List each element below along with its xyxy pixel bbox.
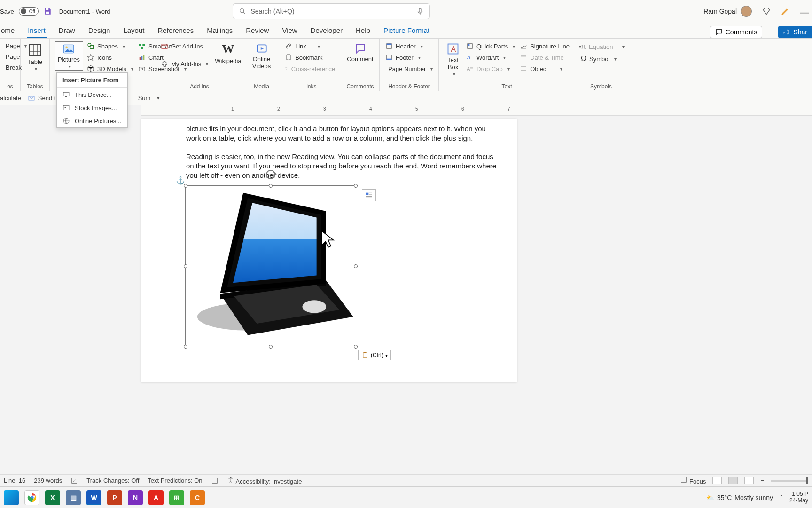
puzzle-icon — [161, 60, 168, 68]
comment-button[interactable]: Comment — [346, 41, 375, 64]
chrome-icon[interactable] — [24, 490, 39, 505]
svg-rect-18 — [140, 57, 141, 60]
blank-page[interactable]: Page — [5, 52, 16, 61]
bookmark-button[interactable]: Bookmark — [284, 53, 336, 62]
tab-insert[interactable]: Insert — [27, 24, 47, 38]
3d-models-button[interactable]: 3D Models▾ — [86, 64, 134, 73]
tray-chevron-icon[interactable]: ˄ — [780, 494, 783, 501]
insert-from-device[interactable]: This Device... — [57, 88, 127, 101]
acrobat-icon[interactable]: A — [148, 490, 164, 505]
sum-button[interactable]: Sum — [138, 95, 151, 102]
zoom-out-button[interactable]: − — [760, 477, 764, 484]
date-time-button[interactable]: Date & Time — [519, 53, 582, 62]
rotate-handle-icon[interactable] — [266, 170, 275, 179]
insert-stock-images[interactable]: Stock Images... — [57, 101, 127, 114]
minimize-button[interactable]: — — [800, 7, 808, 16]
weather-widget[interactable]: ⛅ 35°C Mostly sunny — [706, 494, 773, 501]
user-label[interactable]: Ram Gopal — [703, 6, 752, 17]
save-icon[interactable] — [43, 7, 52, 16]
status-words[interactable]: 239 words — [34, 477, 62, 484]
tab-review[interactable]: Review — [245, 24, 270, 38]
shapes-button[interactable]: Shapes▾ — [86, 41, 134, 51]
status-track-changes[interactable]: Track Changes: Off — [86, 477, 139, 484]
powerpoint-icon[interactable]: P — [107, 490, 122, 505]
web-layout-button[interactable] — [744, 477, 754, 484]
tab-home[interactable]: ome — [0, 24, 16, 38]
icons-button[interactable]: Icons — [86, 53, 134, 62]
clock[interactable]: 1:05 P 24-May — [789, 491, 808, 503]
laptop-image[interactable] — [188, 188, 353, 344]
symbol-button[interactable]: ΩSymbol▾ — [580, 54, 622, 64]
table-button[interactable]: Table▾ — [25, 41, 45, 72]
comments-button[interactable]: Comments — [710, 26, 763, 38]
resize-handle[interactable] — [269, 345, 273, 349]
resize-handle[interactable] — [354, 184, 358, 188]
paste-options-button[interactable]: (Ctrl) ▾ — [358, 350, 391, 360]
drop-cap-button[interactable]: ADrop Cap▾ — [465, 64, 516, 73]
microphone-icon[interactable] — [416, 8, 424, 15]
tab-layout[interactable]: Layout — [122, 24, 145, 38]
sheets-icon[interactable]: ▦ — [66, 490, 81, 505]
search-input[interactable]: Search (Alt+Q) — [233, 3, 430, 19]
qat-more-icon[interactable]: ▾ — [157, 95, 160, 101]
quick-parts-button[interactable]: Quick Parts▾ — [465, 41, 516, 51]
wikipedia-button[interactable]: W Wikipedia — [212, 41, 244, 65]
share-button[interactable]: Shar — [778, 26, 812, 38]
send-to-button[interactable]: Send to — [28, 95, 59, 102]
resize-handle[interactable] — [184, 345, 187, 349]
my-addins-button[interactable]: My Add-ins▾ — [160, 59, 209, 69]
status-accessibility[interactable]: Accessibility: Investigate — [227, 476, 302, 485]
pictures-button[interactable]: Pictures▾ — [55, 41, 83, 71]
status-predictions[interactable]: Text Predictions: On — [148, 477, 202, 484]
resize-handle[interactable] — [269, 184, 273, 188]
word-icon[interactable]: W — [86, 490, 102, 505]
slider-thumb-icon[interactable] — [806, 477, 808, 484]
cover-page[interactable]: Page▾ — [5, 41, 16, 50]
tab-view[interactable]: View — [281, 24, 298, 38]
cross-reference-button[interactable]: Cross-reference — [284, 64, 336, 73]
insert-online-pictures[interactable]: Online Pictures... — [57, 114, 127, 127]
tab-mailings[interactable]: Mailings — [206, 24, 234, 38]
text-box-button[interactable]: A Text Box▾ — [444, 41, 462, 78]
tab-design[interactable]: Design — [87, 24, 111, 38]
start-button[interactable] — [4, 490, 19, 505]
footer-button[interactable]: Footer▾ — [384, 53, 434, 62]
print-layout-button[interactable] — [728, 477, 738, 484]
horizontal-ruler[interactable]: 1 2 3 4 5 6 7 — [141, 105, 812, 116]
signature-line-button[interactable]: Signature Line▾ — [519, 41, 582, 51]
spellcheck-icon[interactable] — [70, 477, 78, 484]
resize-handle[interactable] — [184, 184, 187, 188]
tab-help[interactable]: Help — [355, 24, 371, 38]
get-addins-button[interactable]: Get Add-ins — [160, 41, 209, 51]
object-button[interactable]: Object▾ — [519, 64, 582, 73]
tab-developer[interactable]: Developer — [310, 24, 344, 38]
autosave-toggle[interactable]: Off — [19, 7, 39, 16]
resize-handle[interactable] — [354, 345, 358, 349]
calculate-button[interactable]: alculate — [0, 95, 21, 102]
focus-button[interactable]: Focus — [680, 476, 706, 485]
link-button[interactable]: Link▾ — [284, 41, 336, 51]
pen-icon[interactable] — [781, 7, 789, 16]
tab-picture-format[interactable]: Picture Format — [383, 24, 430, 38]
layout-options-button[interactable] — [362, 189, 376, 201]
resize-handle[interactable] — [184, 264, 187, 268]
online-videos-button[interactable]: Online Videos — [249, 41, 274, 71]
page-number-button[interactable]: #Page Number▾ — [384, 64, 434, 73]
zoom-slider[interactable] — [771, 480, 808, 482]
wordart-button[interactable]: AWordArt▾ — [465, 53, 516, 62]
header-button[interactable]: Header▾ — [384, 41, 434, 51]
document-page[interactable]: picture fits in your document, click it … — [141, 119, 517, 382]
read-mode-button[interactable] — [712, 477, 722, 484]
camtasia-icon[interactable]: C — [190, 490, 205, 505]
resize-handle[interactable] — [354, 264, 358, 268]
onenote-icon[interactable]: N — [128, 490, 143, 505]
page-break[interactable]: Break — [5, 63, 16, 72]
tab-draw[interactable]: Draw — [58, 24, 76, 38]
status-line[interactable]: Line: 16 — [4, 477, 25, 484]
premium-icon[interactable] — [762, 7, 771, 16]
tab-references[interactable]: References — [156, 24, 195, 38]
macro-icon[interactable] — [211, 477, 219, 484]
equation-button[interactable]: πEquation▾ — [580, 41, 622, 52]
excel-icon[interactable]: X — [45, 490, 60, 505]
app-green-icon[interactable]: ⊞ — [169, 490, 184, 505]
